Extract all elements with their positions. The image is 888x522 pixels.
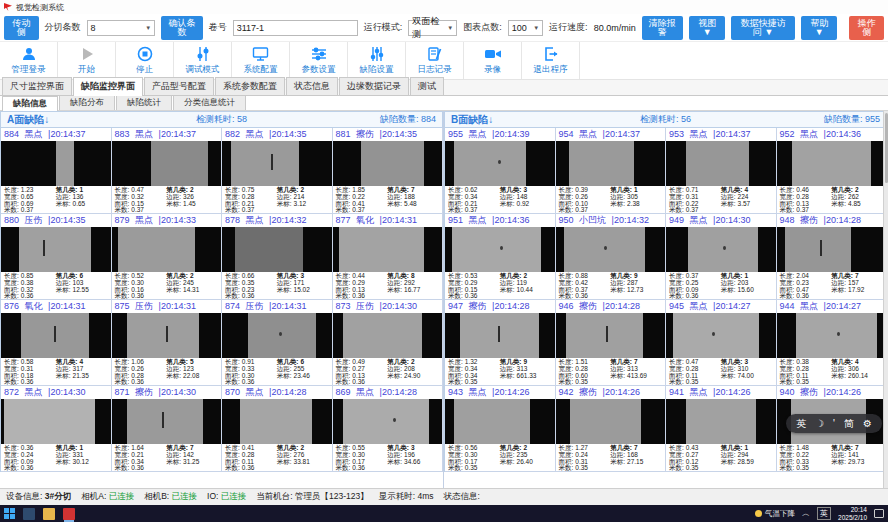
subtab-2[interactable]: 缺陷统计 xyxy=(116,95,172,110)
defect-cell[interactable]: 953 黑点 |20:14:37 长度:0.71 宽度:0.31 面积:0.22… xyxy=(666,128,777,214)
taskbar-app-icon[interactable] xyxy=(23,508,35,520)
system-config-button[interactable]: 系统配置 xyxy=(232,42,290,79)
defect-cell[interactable]: 881 擦伤 |20:14:35 长度:1.85 宽度:0.22 面积:0.41… xyxy=(333,128,444,214)
defect-image[interactable] xyxy=(333,227,443,272)
subtab-1[interactable]: 缺陷分布 xyxy=(59,95,115,110)
defect-cell[interactable]: 871 擦伤 |20:14:30 长度:1.64 宽度:0.21 面积:0.34… xyxy=(112,386,223,472)
tab-4[interactable]: 状态信息 xyxy=(286,77,338,95)
subtab-3[interactable]: 分类信息统计 xyxy=(173,95,246,110)
defect-image[interactable] xyxy=(556,227,666,272)
defect-image[interactable] xyxy=(1,399,111,444)
tab-5[interactable]: 边缘数据记录 xyxy=(339,77,409,95)
notification-icon[interactable] xyxy=(874,509,884,518)
simplified-chinese-toggle[interactable]: 简 xyxy=(844,414,854,433)
night-mode-icon[interactable]: ☽ xyxy=(815,414,824,433)
defect-image[interactable] xyxy=(666,141,776,186)
confirm-count-button[interactable]: 确认条数 xyxy=(161,16,202,40)
defect-cell[interactable]: 869 黑点 |20:14:28 长度:0.55 宽度:0.30 面积:0.17… xyxy=(333,386,444,472)
defect-cell[interactable]: 954 黑点 |20:14:37 长度:0.39 宽度:0.26 面积:0.10… xyxy=(556,128,667,214)
defect-image[interactable] xyxy=(777,313,887,358)
tab-2[interactable]: 产品型号配置 xyxy=(144,77,214,95)
defect-cell[interactable]: 877 氧化 |20:14:31 长度:0.44 宽度:0.29 面积:0.13… xyxy=(333,214,444,300)
slit-count-select[interactable]: 8 ▼ xyxy=(87,20,156,36)
vertical-scrollbar[interactable] xyxy=(883,111,888,488)
defect-cell[interactable]: 945 黑点 |20:14:27 长度:0.47 宽度:0.28 面积:0.11… xyxy=(666,300,777,386)
chart-points-select[interactable]: 100 ▼ xyxy=(508,20,543,36)
defect-image[interactable] xyxy=(556,313,666,358)
help-menu-button[interactable]: 帮助 ▼ xyxy=(801,16,837,40)
defect-cell[interactable]: 951 黑点 |20:14:36 长度:0.53 宽度:0.29 面积:0.15… xyxy=(445,214,556,300)
ime-floatbar[interactable]: 英☽'简⚙ xyxy=(786,414,882,433)
tray-expand-icon[interactable]: ︿ xyxy=(802,508,810,519)
apostrophe-key[interactable]: ' xyxy=(833,414,835,433)
defect-cell[interactable]: 952 黑点 |20:14:36 长度:0.46 宽度:0.28 面积:0.13… xyxy=(777,128,888,214)
defect-image[interactable] xyxy=(333,313,443,358)
defect-image[interactable] xyxy=(222,399,332,444)
drive-side-button[interactable]: 传动侧 xyxy=(4,16,39,40)
defect-image[interactable] xyxy=(1,141,111,186)
defect-image[interactable] xyxy=(112,313,222,358)
tab-0[interactable]: 尺寸监控界面 xyxy=(2,77,72,95)
run-mode-select[interactable]: 双面检测 ▼ xyxy=(408,20,457,36)
defect-image[interactable] xyxy=(666,399,776,444)
defect-cell[interactable]: 946 擦伤 |20:14:28 长度:1.51 宽度:0.28 面积:0.60… xyxy=(556,300,667,386)
taskbar-clock[interactable]: 20:142025/2/10 xyxy=(838,506,867,521)
defect-cell[interactable]: 872 黑点 |20:14:30 长度:0.36 宽度:0.24 面积:0.09… xyxy=(1,386,112,472)
defect-image[interactable] xyxy=(556,399,666,444)
start-button[interactable] xyxy=(4,508,15,519)
defect-image[interactable] xyxy=(222,313,332,358)
defect-image[interactable] xyxy=(445,313,555,358)
defect-cell[interactable]: 873 压伤 |20:14:30 长度:0.49 宽度:0.27 面积:0.13… xyxy=(333,300,444,386)
log-record-button[interactable]: 日志记录 xyxy=(406,42,464,79)
record-video-button[interactable]: 录像 xyxy=(464,42,522,79)
defect-image[interactable] xyxy=(556,141,666,186)
defect-image[interactable] xyxy=(445,141,555,186)
tab-1[interactable]: 缺陷监控界面 xyxy=(73,77,143,96)
stop-button[interactable]: 停止 xyxy=(116,42,174,79)
defect-cell[interactable]: 880 压伤 |20:14:35 长度:0.85 宽度:0.38 面积:0.32… xyxy=(1,214,112,300)
exit-program-button[interactable]: 退出程序 xyxy=(522,42,580,79)
debug-mode-button[interactable]: 调试模式 xyxy=(174,42,232,79)
gear-icon[interactable]: ⚙ xyxy=(863,414,872,433)
defect-image[interactable] xyxy=(666,227,776,272)
defect-cell[interactable]: 879 黑点 |20:14:33 长度:0.52 宽度:0.30 面积:0.16… xyxy=(112,214,223,300)
file-explorer-icon[interactable] xyxy=(43,508,55,520)
subtab-0[interactable]: 缺陷信息 xyxy=(2,96,58,111)
defect-image[interactable] xyxy=(445,399,555,444)
defect-cell[interactable]: 875 压伤 |20:14:31 长度:1.06 宽度:0.26 面积:0.28… xyxy=(112,300,223,386)
defect-cell[interactable]: 955 黑点 |20:14:39 长度:0.62 宽度:0.34 面积:0.21… xyxy=(445,128,556,214)
defect-cell[interactable]: 944 黑点 |20:14:27 长度:0.38 宽度:0.28 面积:0.11… xyxy=(777,300,888,386)
defect-image[interactable] xyxy=(112,399,222,444)
defect-cell[interactable]: 878 黑点 |20:14:32 长度:0.66 宽度:0.35 面积:0.23… xyxy=(222,214,333,300)
defect-image[interactable] xyxy=(112,141,222,186)
defect-image[interactable] xyxy=(112,227,222,272)
weather-widget[interactable]: 气温下降 xyxy=(755,509,795,519)
defect-image[interactable] xyxy=(1,227,111,272)
defect-cell[interactable]: 942 擦伤 |20:14:26 长度:1.27 宽度:0.24 面积:0.31… xyxy=(556,386,667,472)
panel-b-title[interactable]: B面缺陷↓ xyxy=(451,113,581,127)
defect-image[interactable] xyxy=(222,141,332,186)
panel-a-title[interactable]: A面缺陷↓ xyxy=(7,113,137,127)
defect-cell[interactable]: 883 黑点 |20:14:37 长度:0.47 宽度:0.32 面积:0.15… xyxy=(112,128,223,214)
defect-cell[interactable]: 947 擦伤 |20:14:28 长度:1.32 宽度:0.34 面积:0.34… xyxy=(445,300,556,386)
tab-3[interactable]: 系统参数配置 xyxy=(215,77,285,95)
defect-image[interactable] xyxy=(1,313,111,358)
defect-cell[interactable]: 874 压伤 |20:14:31 长度:0.91 宽度:0.33 面积:0.30… xyxy=(222,300,333,386)
defect-image[interactable] xyxy=(222,227,332,272)
defect-image[interactable] xyxy=(666,313,776,358)
input-language-indicator[interactable]: 英 xyxy=(817,507,831,520)
defect-cell[interactable]: 884 黑点 |20:14:37 长度:1.23 宽度:0.65 面积:0.69… xyxy=(1,128,112,214)
defect-image[interactable] xyxy=(445,227,555,272)
start-button[interactable]: 开始 xyxy=(58,42,116,79)
clear-alarm-button[interactable]: 清除报警 xyxy=(642,16,683,40)
data-access-menu-button[interactable]: 数据快捷访问 ▼ xyxy=(731,16,795,40)
param-settings-button[interactable]: 参数设置 xyxy=(290,42,348,79)
defect-image[interactable] xyxy=(333,141,443,186)
lang-en-toggle[interactable]: 英 xyxy=(796,414,806,433)
view-menu-button[interactable]: 视图 ▼ xyxy=(689,16,725,40)
defect-cell[interactable]: 870 黑点 |20:14:28 长度:0.41 宽度:0.28 面积:0.11… xyxy=(222,386,333,472)
defect-cell[interactable]: 943 黑点 |20:14:26 长度:0.56 宽度:0.30 面积:0.17… xyxy=(445,386,556,472)
defect-cell[interactable]: 876 氧化 |20:14:31 长度:0.58 宽度:0.31 面积:0.18… xyxy=(1,300,112,386)
login-button[interactable]: 管理登录 xyxy=(0,42,58,79)
defect-cell[interactable]: 948 擦伤 |20:14:28 长度:2.04 宽度:0.23 面积:0.47… xyxy=(777,214,888,300)
